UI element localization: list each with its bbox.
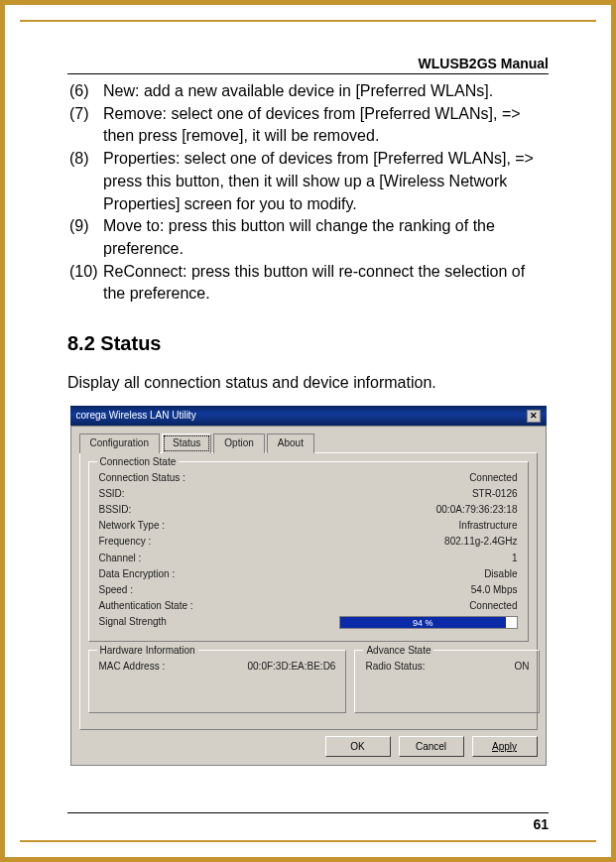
row-value: 00:0F:3D:EA:BE:D6: [248, 660, 336, 674]
row-value: ON: [514, 660, 529, 674]
list-text: Remove: select one of devices from [Pref…: [103, 103, 549, 148]
row-value: 00:0A:79:36:23:18: [248, 503, 518, 517]
row-value: Disable: [248, 567, 518, 581]
dialog-title: corega Wireless LAN Utility: [76, 409, 196, 423]
close-icon[interactable]: ✕: [527, 410, 541, 423]
table-row: SSID:STR-0126: [99, 486, 518, 502]
table-row: Connection Status :Connected: [99, 470, 518, 486]
row-label: MAC Address :: [99, 660, 248, 674]
list-item: (6) New: add a new available device in […: [69, 80, 549, 103]
table-row: Channel :1: [99, 551, 518, 566]
list-item: (8) Properties: select one of devices fr…: [69, 148, 549, 215]
table-row: Frequency :802.11g-2.4GHz: [99, 534, 518, 550]
table-row: Authentication State :Connected: [99, 598, 518, 614]
list-item: (7) Remove: select one of devices from […: [69, 103, 549, 148]
row-label: Connection Status :: [99, 471, 248, 485]
row-label: Data Encryption :: [99, 567, 248, 581]
list-text: Move to: press this button will change t…: [103, 215, 549, 260]
row-label: Speed :: [99, 583, 248, 597]
table-row: Radio Status: ON: [365, 659, 529, 675]
row-label: Frequency :: [99, 535, 248, 549]
table-row: Speed :54.0 Mbps: [99, 582, 518, 598]
section-description: Display all connection status and device…: [67, 372, 549, 395]
row-label: Radio Status:: [365, 660, 514, 674]
list-item: (9) Move to: press this button will chan…: [69, 215, 549, 260]
group-connection-state: Connection Status :Connected SSID:STR-01…: [88, 461, 529, 642]
list-text: Properties: select one of devices from […: [103, 148, 549, 215]
row-label: Network Type :: [99, 519, 248, 533]
row-value: Connected: [248, 471, 518, 485]
signal-strength-bar: 94 %: [339, 616, 518, 629]
tab-about[interactable]: About: [267, 433, 314, 452]
table-row: MAC Address : 00:0F:3D:EA:BE:D6: [99, 659, 336, 675]
row-value: Infrastructure: [248, 519, 518, 533]
section-title: 8.2 Status: [67, 329, 549, 357]
manual-header: WLUSB2GS Manual: [67, 56, 549, 74]
row-value: STR-0126: [248, 487, 518, 501]
row-value: 54.0 Mbps: [248, 583, 518, 597]
row-value: Connected: [248, 599, 518, 613]
signal-strength-row: Signal Strength 94 %: [99, 614, 518, 630]
list-num: (10): [69, 261, 103, 306]
tab-configuration[interactable]: Configuration: [79, 433, 160, 452]
row-label: Channel :: [99, 552, 248, 565]
ok-button[interactable]: OK: [325, 736, 391, 757]
list-num: (7): [69, 103, 103, 148]
list-num: (6): [69, 80, 103, 103]
row-label: SSID:: [99, 487, 248, 501]
page-number: 61: [67, 812, 549, 832]
signal-percent: 94 %: [340, 617, 506, 628]
row-value: 802.11g-2.4GHz: [248, 535, 518, 549]
dialog-title-bar: corega Wireless LAN Utility ✕: [70, 406, 547, 426]
list-text: ReConnect: press this button will re-con…: [103, 261, 549, 306]
list-text: New: add a new available device in [Pref…: [103, 80, 549, 103]
list-item: (10) ReConnect: press this button will r…: [69, 261, 549, 306]
cancel-button[interactable]: Cancel: [399, 736, 464, 757]
tab-status[interactable]: Status: [162, 433, 211, 452]
table-row: Data Encryption :Disable: [99, 566, 518, 582]
list-num: (9): [69, 215, 103, 260]
list-num: (8): [69, 148, 103, 215]
row-value: 1: [248, 552, 518, 565]
table-row: BSSID:00:0A:79:36:23:18: [99, 502, 518, 518]
row-label: BSSID:: [99, 503, 248, 517]
group-advance-state: Radio Status: ON: [354, 650, 540, 713]
tab-option[interactable]: Option: [213, 433, 264, 452]
table-row: Network Type :Infrastructure: [99, 518, 518, 534]
group-hardware-info: MAC Address : 00:0F:3D:EA:BE:D6: [88, 650, 347, 713]
row-label: Authentication State :: [99, 599, 248, 613]
apply-button[interactable]: Apply: [472, 736, 538, 757]
signal-label: Signal Strength: [99, 615, 167, 629]
status-dialog: corega Wireless LAN Utility ✕ Configurat…: [70, 406, 547, 765]
